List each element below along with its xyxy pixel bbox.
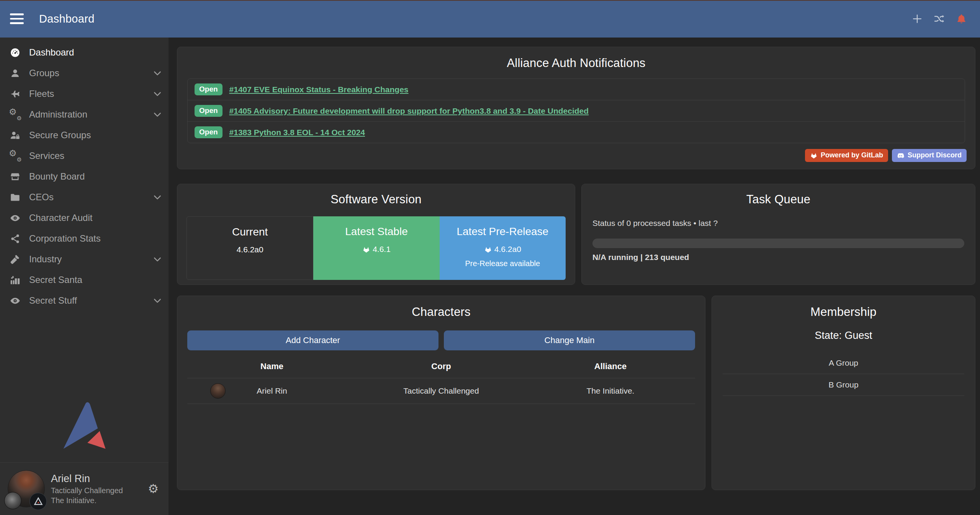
sidebar-item-fleets[interactable]: Fleets [0,83,169,104]
sidebar-item-label: Industry [29,254,62,265]
user-meta: Ariel Rin Tactically Challenged The Init… [51,473,123,505]
version-value: 4.6.1 [362,245,391,254]
version-columns: Current 4.6.2a0 Latest Stable 4.6.1 Late… [187,216,566,280]
version-label: Latest Stable [345,226,407,238]
characters-table: Name Corp Alliance Ariel Rin Tactically … [187,355,695,404]
notifications-footer-badges: Powered by GitLab Support Discord [805,149,967,162]
cogs-icon: ⚙⚙ [8,108,21,121]
alliance-auth-app: Dashboard [0,0,980,515]
task-queue-panel: Task Queue Status of 0 processed tasks •… [581,184,975,285]
notification-item: Open #1383 Python 3.8 EOL - 14 Oct 2024 [188,122,965,143]
store-icon [8,170,21,183]
membership-state: State: Guest [723,330,964,342]
user-icon [8,67,21,79]
characters-panel: Characters Add Character Change Main Nam… [177,296,705,490]
task-queue-line: N/A running | 213 queued [592,253,964,262]
software-version-panel: Software Version Current 4.6.2a0 Latest … [177,184,575,285]
sidebar-item-label: Corporation Stats [29,233,101,244]
chevron-down-icon [152,89,162,99]
share-icon [8,232,21,245]
column-header-name: Name [187,361,357,371]
add-character-button[interactable]: Add Character [187,330,438,350]
list-item: A Group [723,352,964,374]
sidebar-item-label: Administration [29,109,87,120]
notifications-list: Open #1407 EVE Equinox Status - Breaking… [187,78,965,143]
character-alliance: The Initiative. [526,386,695,396]
sidebar-item-label: Services [29,150,64,161]
version-latest-prerelease: Latest Pre-Release 4.6.2a0 Pre-Release a… [440,216,566,280]
notification-link[interactable]: #1405 Advisory: Future development will … [229,106,589,116]
version-value: 4.6.2a0 [237,245,263,254]
user-corp: Tactically Challenged [51,486,123,495]
sidebar: Dashboard Groups Fleets [0,38,169,515]
main-content: Alliance Auth Notifications Open #1407 E… [169,38,980,515]
chevron-down-icon [152,296,162,306]
notification-link[interactable]: #1383 Python 3.8 EOL - 14 Oct 2024 [229,128,365,137]
settings-gear-icon[interactable]: ⚙ [148,483,159,495]
user-name: Ariel Rin [51,473,123,485]
bell-icon[interactable] [956,13,967,25]
gitlab-icon [484,245,492,253]
sidebar-item-dashboard[interactable]: Dashboard [0,42,169,63]
chevron-down-icon [152,110,162,119]
folder-icon [8,191,21,203]
sidebar-item-industry[interactable]: Industry [0,249,169,270]
sidebar-item-administration[interactable]: ⚙⚙ Administration [0,104,169,125]
chevron-down-icon [152,192,162,202]
plus-icon[interactable] [911,13,923,25]
version-current: Current 4.6.2a0 [187,216,313,280]
sidebar-item-groups[interactable]: Groups [0,63,169,83]
sidebar-item-secret-stuff[interactable]: Secret Stuff [0,290,169,311]
notification-item: Open #1405 Advisory: Future development … [188,100,965,122]
task-queue-title: Task Queue [592,193,964,206]
powered-by-gitlab-badge[interactable]: Powered by GitLab [805,149,888,162]
membership-groups-list: A Group B Group [723,352,964,396]
chevron-down-icon [152,254,162,264]
notification-link[interactable]: #1407 EVE Equinox Status - Breaking Chan… [229,85,409,94]
hammer-icon [8,253,21,265]
sidebar-item-ceos[interactable]: CEOs [0,187,169,208]
gitlab-icon [810,152,818,159]
task-progress-bar [592,239,964,248]
sidebar-item-label: Secret Stuff [29,295,77,306]
version-value: 4.6.2a0 [484,245,521,254]
sidebar-item-secret-santa[interactable]: Secret Santa [0,270,169,290]
user-lock-icon [8,129,21,141]
user-panel: Ariel Rin Tactically Challenged The Init… [0,462,169,515]
status-badge: Open [195,83,223,95]
topbar-actions [911,13,967,25]
notification-item: Open #1407 EVE Equinox Status - Breaking… [188,79,965,100]
sidebar-item-character-audit[interactable]: Character Audit [0,208,169,228]
cogs-icon: ⚙⚙ [8,150,21,162]
sidebar-item-label: Groups [29,68,59,78]
gauge-icon [8,46,21,59]
change-main-button[interactable]: Change Main [444,330,695,350]
membership-panel: Membership State: Guest A Group B Group [712,296,975,490]
alliance-auth-logo [61,402,107,451]
status-badge: Open [195,105,223,117]
user-alliance: The Initiative. [51,496,123,505]
version-label: Latest Pre-Release [456,226,548,238]
character-avatar [210,383,226,399]
support-discord-badge[interactable]: Support Discord [892,149,967,162]
notifications-panel: Alliance Auth Notifications Open #1407 E… [177,47,975,169]
sidebar-item-services[interactable]: ⚙⚙ Services [0,146,169,166]
task-status-line: Status of 0 processed tasks • last ? [592,219,964,228]
badge-label: Powered by GitLab [821,151,883,160]
sidebar-menu: Dashboard Groups Fleets [0,38,169,311]
sidebar-toggle-button[interactable] [10,13,24,24]
top-accent-line [0,0,980,1]
user-avatar [8,470,45,507]
characters-title: Characters [187,305,695,319]
shuffle-icon[interactable] [934,13,945,25]
prerelease-note: Pre-Release available [465,259,540,268]
sidebar-item-secure-groups[interactable]: Secure Groups [0,125,169,146]
sidebar-item-bounty-board[interactable]: Bounty Board [0,166,169,187]
eye-icon [8,294,21,307]
gitlab-icon [362,245,370,253]
chevron-down-icon [152,68,162,78]
sidebar-item-corporation-stats[interactable]: Corporation Stats [0,228,169,249]
column-header-corp: Corp [357,361,526,371]
sidebar-item-label: CEOs [29,192,54,203]
characters-table-header: Name Corp Alliance [187,355,695,378]
